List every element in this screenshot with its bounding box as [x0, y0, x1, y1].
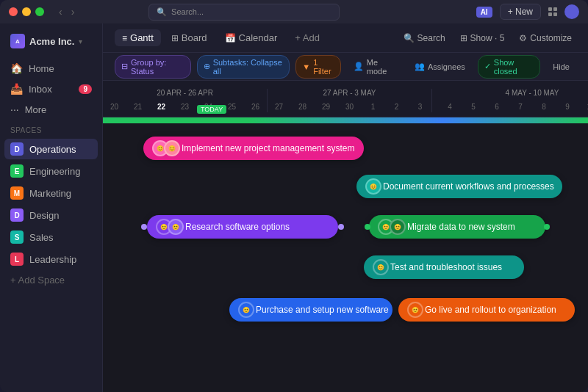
workspace-header[interactable]: A Acme Inc. ▾	[4, 29, 98, 53]
search-button[interactable]: 🔍 Search	[399, 31, 450, 46]
day-9: 9	[556, 101, 579, 112]
new-button[interactable]: + New	[500, 4, 541, 20]
chevron-down-icon: ▾	[79, 37, 82, 46]
gantt-bar-golive[interactable]: 😊 Go live and rollout to organization	[398, 298, 575, 322]
leadership-dot: L	[10, 253, 24, 266]
hide-filter[interactable]: Hide	[546, 59, 576, 74]
marketing-label: Marketing	[29, 188, 71, 199]
day-1: 1	[362, 101, 385, 112]
operations-label: Operations	[29, 144, 76, 155]
assignees-icon: 👥	[415, 62, 425, 71]
sidebar-item-design[interactable]: D Design	[4, 205, 98, 225]
avatar-8: 😊	[373, 259, 389, 275]
me-mode-filter[interactable]: 👤 Me mode	[347, 55, 402, 79]
bar7-avatars: 😊	[407, 302, 419, 318]
add-view-button[interactable]: + Add	[287, 29, 327, 46]
gantt-bar-research[interactable]: 😊 😊 Research software options	[147, 215, 338, 239]
design-label: Design	[29, 210, 59, 221]
inbox-badge: 9	[79, 84, 92, 94]
bar2-label: Document current workflows and processes	[383, 181, 554, 192]
gear-icon: ⚙	[519, 33, 527, 43]
gantt-area: 20 APR - 26 APR 20 21 22 23 24 25 26	[103, 81, 588, 392]
operations-dot: D	[10, 142, 24, 156]
show-button[interactable]: ⊞ Show · 5	[456, 31, 509, 46]
workspace-logo: A	[10, 34, 25, 48]
design-dot: D	[10, 208, 24, 222]
assignees-filter[interactable]: 👥 Assignees	[408, 59, 472, 74]
sidebar-item-operations[interactable]: D Operations	[4, 139, 98, 159]
day-20: 20	[103, 101, 126, 112]
gantt-label: Gantt	[130, 32, 154, 43]
day-27: 27	[268, 101, 291, 112]
leadership-label: Leadership	[29, 254, 76, 265]
sidebar-item-home[interactable]: 🏠 Home	[4, 59, 98, 78]
gantt-bar-migrate[interactable]: 😊 😊 Migrate data to new system	[369, 215, 545, 239]
search-label: Search	[417, 33, 445, 43]
tab-calendar[interactable]: 📅 Calendar	[218, 29, 285, 46]
bar3-avatars: 😊 😊	[156, 219, 179, 235]
subtasks-filter[interactable]: ⊕ Subtasks: Collapse all	[197, 55, 290, 79]
customize-label: Customize	[530, 33, 572, 43]
toolbar-right: 🔍 Search ⊞ Show · 5 ⚙ Customize	[399, 31, 576, 46]
search-icon: 🔍	[404, 33, 415, 43]
bar3-left-handle	[141, 224, 147, 230]
apps-icon[interactable]	[548, 7, 557, 16]
sidebar-item-engineering[interactable]: E Engineering	[4, 161, 98, 181]
close-button[interactable]	[9, 7, 18, 16]
filter-chip[interactable]: ▼ 1 Filter	[295, 55, 340, 79]
show-closed-filter[interactable]: ✓ Show closed	[478, 55, 541, 79]
day-21: 21	[126, 101, 150, 112]
day-30: 30	[338, 101, 362, 112]
avatar-5: 😊	[168, 219, 184, 235]
search-icon: 🔍	[157, 7, 167, 17]
group-by-label: Group by: Status	[131, 58, 184, 76]
subtasks-label: Subtasks: Collapse all	[213, 58, 284, 76]
bar5-avatars: 😊	[373, 259, 384, 275]
spaces-label: Spaces	[4, 120, 98, 137]
sidebar-item-inbox[interactable]: 📥 Inbox 9	[4, 79, 98, 98]
gantt-bar-document[interactable]: 😊 Document current workflows and process…	[356, 175, 562, 198]
view-tabs-bar: ≡ Gantt ⊞ Board 📅 Calendar + Add 🔍	[103, 23, 588, 53]
main-content: ≡ Gantt ⊞ Board 📅 Calendar + Add 🔍	[103, 23, 588, 392]
add-view-label: + Add	[295, 32, 320, 43]
day-3: 3	[409, 101, 432, 112]
bar3-right-handle	[338, 224, 344, 230]
bar4-avatars: 😊 😊	[378, 219, 401, 235]
engineering-label: Engineering	[29, 166, 80, 177]
day-6: 6	[485, 101, 509, 112]
back-button[interactable]: ‹	[56, 4, 65, 19]
user-avatar[interactable]	[564, 4, 579, 19]
ai-badge[interactable]: AI	[476, 7, 492, 18]
check-icon: ✓	[484, 62, 491, 71]
bar4-left-handle	[365, 224, 370, 230]
add-space-button[interactable]: + Add Space	[4, 271, 98, 289]
maximize-button[interactable]	[35, 7, 44, 16]
bar7-label: Go live and rollout to organization	[425, 305, 556, 315]
customize-button[interactable]: ⚙ Customize	[514, 31, 576, 46]
minimize-button[interactable]	[22, 7, 31, 16]
gantt-bar-test[interactable]: 😊 Test and troubleshoot issues	[364, 255, 524, 279]
gantt-header-band	[103, 117, 588, 123]
sidebar-item-more[interactable]: ··· More	[4, 100, 98, 119]
tab-gantt[interactable]: ≡ Gantt	[115, 29, 161, 46]
gantt-body[interactable]: 😊 😊 Implement new project management sys…	[103, 123, 588, 392]
global-search-bar[interactable]: 🔍 Search...	[148, 4, 340, 21]
day-7: 7	[509, 101, 532, 112]
date-range-3: 4 MAY - 10 MAY	[506, 89, 559, 97]
gantt-bar-purchase[interactable]: 😊 Purchase and setup new software	[229, 298, 392, 322]
sidebar-item-leadership[interactable]: L Leadership	[4, 249, 98, 269]
date-range-1: 20 APR - 26 APR	[157, 89, 213, 97]
gantt-bar-implement[interactable]: 😊 😊 Implement new project management sys…	[143, 137, 364, 160]
calendar-label: Calendar	[239, 32, 278, 43]
date-header: 20 APR - 26 APR 20 21 22 23 24 25 26	[103, 81, 588, 117]
sidebar-item-sales[interactable]: S Sales	[4, 227, 98, 247]
group-by-filter[interactable]: ⊟ Group by: Status	[115, 55, 191, 79]
bar6-avatars: 😊	[238, 302, 250, 318]
bar5-label: Test and troubleshoot issues	[390, 262, 502, 272]
engineering-dot: E	[10, 164, 24, 178]
forward-button[interactable]: ›	[68, 4, 78, 19]
calendar-icon: 📅	[225, 33, 236, 43]
sidebar-item-marketing[interactable]: M Marketing	[4, 183, 98, 203]
workspace-name: Acme Inc.	[29, 36, 74, 47]
tab-board[interactable]: ⊞ Board	[164, 29, 215, 46]
